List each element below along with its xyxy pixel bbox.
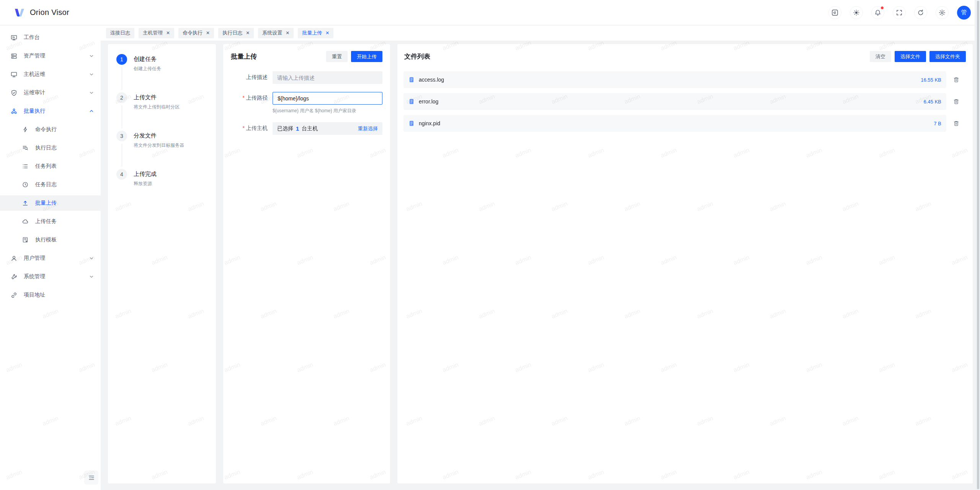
sidebar-item-workbench[interactable]: 工作台 xyxy=(0,30,101,45)
file-size: 16.55 KB xyxy=(921,77,942,83)
delete-file-icon[interactable] xyxy=(953,120,960,126)
close-icon[interactable]: ✕ xyxy=(286,31,289,35)
upload-description-input[interactable] xyxy=(273,71,382,84)
cloud-icon xyxy=(22,218,29,225)
tabbar: 连接日志 主机管理 ✕ 命令执行 ✕ 执行日志 ✕ 系统设置 ✕ 批量上传 ✕ xyxy=(101,25,980,41)
settings-gear-icon[interactable] xyxy=(936,6,949,19)
tab-command-exec[interactable]: 命令执行 ✕ xyxy=(178,28,214,38)
chevron-down-icon xyxy=(89,256,94,261)
upload-icon xyxy=(22,200,29,206)
window-scrollbar[interactable] xyxy=(975,0,980,490)
sidebar-item-host-ops[interactable]: 主机运维 xyxy=(0,67,101,82)
sidebar-item-user-mgmt[interactable]: 用户管理 xyxy=(0,251,101,266)
sidebar-item-task-log[interactable]: 任务日志 xyxy=(0,177,101,192)
file-line: nginx.pid 7 B xyxy=(403,115,966,132)
step-title: 上传文件 xyxy=(134,92,180,101)
file-line: access.log 16.55 KB xyxy=(403,71,966,88)
scrollbar-thumb[interactable] xyxy=(977,1,979,489)
file-icon xyxy=(408,77,415,83)
host-monitor-icon xyxy=(11,71,17,78)
sidebar-item-label: 系统管理 xyxy=(24,273,45,280)
start-upload-button[interactable]: 开始上传 xyxy=(351,51,382,62)
steps-panel: 1 创建任务 创建上传任务 2 上传文件 将文件上传到临时分区 3 xyxy=(108,44,216,483)
path-label: 上传路径 xyxy=(231,92,268,114)
tab-exec-log[interactable]: 执行日志 ✕ xyxy=(218,28,254,38)
sidebar-item-sys-mgmt[interactable]: 系统管理 xyxy=(0,269,101,284)
sidebar-item-label: 项目地址 xyxy=(24,292,45,298)
tab-label: 执行日志 xyxy=(222,29,242,36)
file-row: error.log 6.45 KB xyxy=(403,93,946,110)
sidebar-item-exec-log[interactable]: 执行日志 xyxy=(0,140,101,156)
selected-host-count: 1 xyxy=(296,125,299,132)
select-folder-button[interactable]: 选择文件夹 xyxy=(929,51,966,62)
form-item-hosts: 上传主机 已选择 1 台主机 重新选择 xyxy=(231,122,382,135)
file-icon xyxy=(408,98,415,105)
user-avatar[interactable]: 管 xyxy=(957,6,971,20)
wrench-icon xyxy=(11,274,17,280)
tab-connect-log[interactable]: 连接日志 xyxy=(106,28,134,38)
form-item-path: 上传路径 ${username} 用户名 ${home} 用户家目录 xyxy=(231,92,382,114)
tab-host-mgmt[interactable]: 主机管理 ✕ xyxy=(139,28,174,38)
selected-prefix: 已选择 xyxy=(277,125,293,132)
step-title: 上传完成 xyxy=(134,169,157,178)
topbar-actions: 管 xyxy=(828,6,971,20)
app-title: Orion Visor xyxy=(30,8,69,17)
file-row: access.log 16.55 KB xyxy=(403,71,946,88)
file-size: 6.45 KB xyxy=(924,99,941,105)
upload-path-input[interactable] xyxy=(273,92,382,105)
sidebar-item-label: 上传任务 xyxy=(35,218,57,225)
reset-button[interactable]: 重置 xyxy=(326,51,348,62)
code-square-icon[interactable] xyxy=(828,6,841,19)
refresh-icon[interactable] xyxy=(914,6,927,19)
theme-toggle-icon[interactable] xyxy=(850,6,863,19)
file-name: access.log xyxy=(419,77,444,83)
delete-file-icon[interactable] xyxy=(953,77,960,83)
sidebar-item-command-exec[interactable]: 命令执行 xyxy=(0,122,101,137)
close-icon[interactable]: ✕ xyxy=(166,31,170,35)
sidebar-item-task-list[interactable]: 任务列表 xyxy=(0,159,101,174)
sidebar-item-assets[interactable]: 资产管理 xyxy=(0,48,101,64)
sidebar-item-label: 任务日志 xyxy=(35,181,57,188)
file-name: error.log xyxy=(419,98,438,105)
chevron-up-icon xyxy=(89,109,94,113)
description-label: 上传描述 xyxy=(231,71,268,84)
step-upload-complete: 4 上传完成 释放资源 xyxy=(116,169,207,207)
chevron-down-icon xyxy=(89,274,94,279)
sidebar-item-label: 用户管理 xyxy=(24,255,45,262)
sidebar-item-label: 批量上传 xyxy=(35,200,57,206)
select-file-button[interactable]: 选择文件 xyxy=(895,51,926,62)
reselect-hosts-link[interactable]: 重新选择 xyxy=(358,125,378,132)
panel-title: 文件列表 xyxy=(404,52,430,61)
template-icon xyxy=(22,237,29,243)
step-number: 4 xyxy=(116,169,127,180)
sidebar-item-project-url[interactable]: 项目地址 xyxy=(0,287,101,303)
tab-batch-upload[interactable]: 批量上传 ✕ xyxy=(298,28,333,38)
sidebar: 工作台 资产管理 主机运维 xyxy=(0,25,101,490)
sidebar-item-upload-task[interactable]: 上传任务 xyxy=(0,214,101,229)
step-distribute-files: 3 分发文件 将文件分发到目标服务器 xyxy=(116,131,207,169)
fullscreen-icon[interactable] xyxy=(893,6,906,19)
sidebar-item-label: 工作台 xyxy=(24,34,40,41)
notifications-bell-icon[interactable] xyxy=(871,6,884,19)
sidebar-item-label: 运维审计 xyxy=(24,89,45,96)
notification-dot xyxy=(880,6,884,10)
sidebar-item-batch-exec[interactable]: 批量执行 xyxy=(0,103,101,119)
collapse-sidebar-button[interactable] xyxy=(84,470,98,485)
content-area: 1 创建任务 创建上传任务 2 上传文件 将文件上传到临时分区 3 xyxy=(101,41,980,490)
step-create-task: 1 创建任务 创建上传任务 xyxy=(116,54,207,92)
sidebar-item-exec-template[interactable]: 执行模板 xyxy=(0,232,101,247)
topbar: Orion Visor xyxy=(0,0,980,25)
step-title: 分发文件 xyxy=(134,131,184,139)
delete-file-icon[interactable] xyxy=(953,98,960,105)
batch-exec-icon xyxy=(11,108,17,115)
close-icon[interactable]: ✕ xyxy=(325,31,329,35)
sidebar-item-audit[interactable]: 运维审计 xyxy=(0,85,101,100)
tab-sys-settings[interactable]: 系统设置 ✕ xyxy=(258,28,294,38)
link-icon xyxy=(11,292,17,298)
clear-files-button[interactable]: 清空 xyxy=(870,51,891,62)
log-search-icon xyxy=(22,145,29,151)
path-hint: ${username} 用户名 ${home} 用户家目录 xyxy=(273,108,382,114)
close-icon[interactable]: ✕ xyxy=(206,31,210,35)
sidebar-item-batch-upload[interactable]: 批量上传 xyxy=(0,195,101,211)
close-icon[interactable]: ✕ xyxy=(246,31,250,35)
